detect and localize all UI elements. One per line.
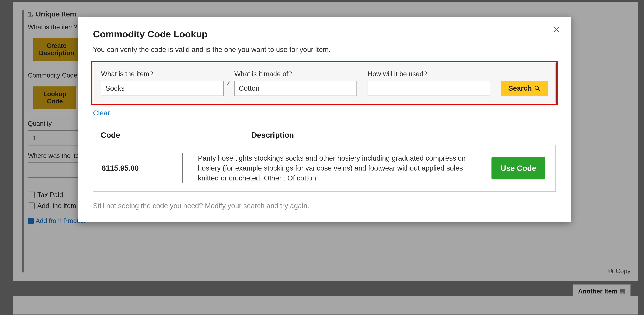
use-input[interactable] (368, 81, 490, 96)
close-icon (552, 25, 561, 34)
material-question-label: What is it made of? (234, 70, 357, 78)
modal-title: Commodity Code Lookup (93, 28, 556, 40)
result-header-row: Code Description (93, 130, 556, 140)
checkmark-icon: ✓ (226, 80, 231, 87)
material-input[interactable] (234, 81, 357, 96)
search-icon (534, 85, 540, 91)
use-column: How will it be used? (368, 70, 490, 96)
item-question-label: What is the item? (101, 70, 224, 78)
search-button-label: Search (508, 84, 532, 92)
clear-link[interactable]: Clear (93, 109, 110, 117)
use-code-button[interactable]: Use Code (492, 157, 545, 180)
use-question-label: How will it be used? (368, 70, 490, 78)
item-input[interactable] (101, 81, 224, 96)
search-panel: What is the item? ✓ What is it made of? … (93, 63, 556, 103)
commodity-code-lookup-modal: Commodity Code Lookup You can verify the… (78, 17, 571, 222)
material-column: What is it made of? (234, 70, 357, 96)
result-description: Panty hose tights stockings socks and ot… (198, 154, 492, 183)
modal-subtitle: You can verify the code is valid and is … (93, 46, 556, 54)
bottom-hint-text: Still not seeing the code you need? Modi… (93, 202, 556, 210)
result-divider (182, 154, 183, 183)
code-column-header: Code (101, 130, 252, 140)
item-column: What is the item? ✓ (101, 70, 224, 96)
svg-line-5 (538, 89, 540, 91)
search-button[interactable]: Search (501, 81, 548, 96)
result-code: 6115.95.00 (102, 164, 182, 172)
description-column-header: Description (252, 130, 294, 140)
result-row: 6115.95.00 Panty hose tights stockings s… (93, 145, 556, 192)
close-button[interactable] (552, 25, 561, 34)
